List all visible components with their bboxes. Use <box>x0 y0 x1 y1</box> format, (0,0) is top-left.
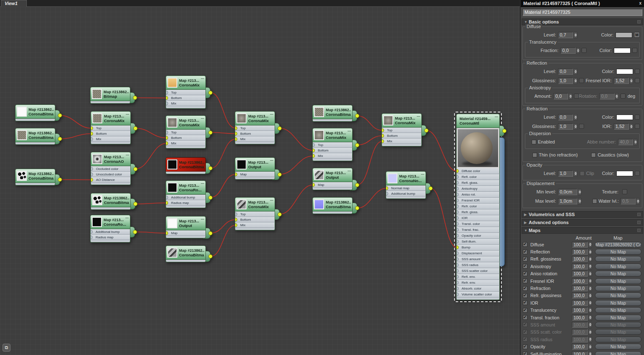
node-footer[interactable] <box>235 228 275 230</box>
node-footer[interactable] <box>166 236 206 238</box>
node-bmpRed[interactable]: Map #213862...CoronaBitmap <box>166 157 206 174</box>
displacement-max-spinner[interactable] <box>578 198 582 204</box>
anisotropy-amount-field[interactable]: 0,0 <box>553 93 568 99</box>
input-socket[interactable] <box>382 134 384 138</box>
diffuse-level-field[interactable]: 0,7 <box>558 32 573 38</box>
node-material[interactable]: Material #21459...CoronaMtl—Diffuse colo… <box>456 114 500 300</box>
node-mixL[interactable]: Map #213...CoronaMix—TopBottomMix <box>235 197 275 230</box>
node-footer[interactable] <box>166 172 206 174</box>
output-socket[interactable] <box>133 202 138 206</box>
translucency-color-map-button[interactable] <box>632 48 637 53</box>
map-amount-spinner[interactable] <box>588 344 592 350</box>
node-bmpNoise2[interactable]: Map #213862...CoronaBitmap <box>91 193 131 210</box>
node-footer[interactable] <box>166 106 206 109</box>
rollout-advanced[interactable]: ▶ Advanced options <box>522 219 643 226</box>
node-title-bar[interactable]: Map #213862...CoronaBitmap <box>312 197 353 211</box>
map-enable-checkbox[interactable] <box>523 286 527 291</box>
input-socket[interactable] <box>312 149 315 152</box>
diffuse-color-swatch[interactable] <box>615 32 632 38</box>
node-title-bar[interactable]: Map #213...CoronaMix— <box>235 197 275 211</box>
node-minimize-icon[interactable]: — <box>201 181 204 185</box>
node-footer[interactable] <box>235 142 275 144</box>
output-socket[interactable] <box>355 206 359 210</box>
reflection-level-spinner[interactable] <box>574 68 577 75</box>
displacement-max-field[interactable]: 1,0cm <box>558 198 577 204</box>
node-minimize-icon[interactable]: — <box>270 112 273 116</box>
output-socket[interactable] <box>133 96 137 100</box>
fresnel-ior-field[interactable]: 1,52 <box>614 78 629 84</box>
map-amount-spinner[interactable] <box>588 271 592 277</box>
map-amount-field[interactable]: 100,0 <box>572 256 588 262</box>
displacement-min-field[interactable]: 0,0cm <box>558 189 577 195</box>
input-socket[interactable] <box>456 240 459 243</box>
map-amount-field[interactable]: 100,0 <box>572 307 588 313</box>
map-button[interactable]: No Map <box>595 351 641 355</box>
output-socket[interactable] <box>58 113 62 117</box>
node-title-bar[interactable]: Map #213862...CoronaBitmap <box>15 128 55 142</box>
diffuse-map-button[interactable]: M <box>634 32 640 38</box>
displacement-texture-button[interactable] <box>622 189 627 194</box>
input-socket[interactable] <box>456 292 459 296</box>
refraction-color-swatch[interactable] <box>616 115 633 120</box>
input-socket[interactable] <box>456 222 459 226</box>
map-amount-field[interactable]: 100,0 <box>572 337 588 342</box>
output-socket[interactable] <box>58 137 62 141</box>
node-minimize-icon[interactable]: — <box>126 112 129 116</box>
refraction-glossiness-field[interactable]: 1,0 <box>558 123 573 130</box>
node-bmpBlue[interactable]: Map #213862...CoronaBitmap <box>312 197 353 214</box>
map-amount-spinner[interactable] <box>588 264 592 269</box>
node-title-bar[interactable]: Map #213...Output— <box>166 216 206 230</box>
input-socket[interactable] <box>90 230 93 234</box>
input-socket[interactable] <box>456 204 459 208</box>
map-button[interactable]: No Map <box>595 307 641 313</box>
map-amount-field[interactable]: 100,0 <box>572 249 588 255</box>
map-amount-field[interactable]: 100,0 <box>572 322 588 328</box>
output-socket[interactable] <box>428 186 433 191</box>
node-title-bar[interactable]: Map #213862...CoronaBitmap <box>166 157 206 172</box>
output-socket[interactable] <box>208 91 213 95</box>
node-footer[interactable] <box>312 188 353 190</box>
output-socket[interactable] <box>208 196 213 200</box>
map-amount-field[interactable]: 100,0 <box>572 292 588 298</box>
input-socket[interactable] <box>456 175 459 179</box>
map-button[interactable]: No Map <box>595 292 641 298</box>
output-socket[interactable] <box>502 129 506 133</box>
input-socket[interactable] <box>456 228 459 232</box>
input-socket[interactable] <box>456 257 459 261</box>
node-title-bar[interactable]: Map #213...CoronaMix— <box>382 113 422 128</box>
map-enable-checkbox[interactable] <box>523 264 527 269</box>
map-amount-spinner[interactable] <box>588 300 592 306</box>
input-socket[interactable] <box>312 143 315 147</box>
node-minimize-icon[interactable]: — <box>270 198 273 202</box>
input-socket[interactable] <box>456 281 459 285</box>
node-ao[interactable]: Map #213...CoronaAO—Occluded colorUnoccl… <box>91 152 131 185</box>
node-minimize-icon[interactable]: — <box>125 216 129 219</box>
input-socket[interactable] <box>456 251 459 255</box>
input-socket[interactable] <box>386 192 388 196</box>
node-side-panel-tab[interactable] <box>499 137 505 266</box>
node-footer[interactable] <box>15 142 55 145</box>
reflection-glossiness-map-button[interactable] <box>579 78 584 83</box>
map-enable-checkbox[interactable] <box>523 337 527 342</box>
input-socket[interactable] <box>456 234 459 238</box>
refraction-glossiness-map-button[interactable] <box>579 124 584 129</box>
opacity-level-spinner[interactable] <box>574 170 577 177</box>
map-button[interactable]: No Map <box>595 322 641 328</box>
node-bmpBW[interactable]: Map #213862...CoronaBitmap <box>15 169 55 185</box>
output-socket[interactable] <box>424 128 428 133</box>
node-minimize-icon[interactable]: — <box>348 129 351 133</box>
map-amount-spinner[interactable] <box>588 242 592 248</box>
node-footer[interactable] <box>456 298 500 300</box>
map-button[interactable]: No Map <box>595 300 641 306</box>
node-bitmap1[interactable]: Map #213862...Bitmap <box>90 87 130 104</box>
node-roundA[interactable]: Map #213...CoronaRo...—Additional bumpRa… <box>166 180 206 208</box>
input-socket[interactable] <box>91 167 93 171</box>
input-socket[interactable] <box>91 137 93 141</box>
map-enable-checkbox[interactable] <box>523 271 527 276</box>
node-footer[interactable] <box>312 211 353 214</box>
node-outBlack[interactable]: Map #213...Output—Map <box>235 157 275 180</box>
output-socket[interactable] <box>208 231 213 235</box>
node-title-bar[interactable]: Map #213...Output— <box>312 168 353 182</box>
input-socket[interactable] <box>91 172 93 176</box>
ior-spinner[interactable] <box>629 123 633 130</box>
